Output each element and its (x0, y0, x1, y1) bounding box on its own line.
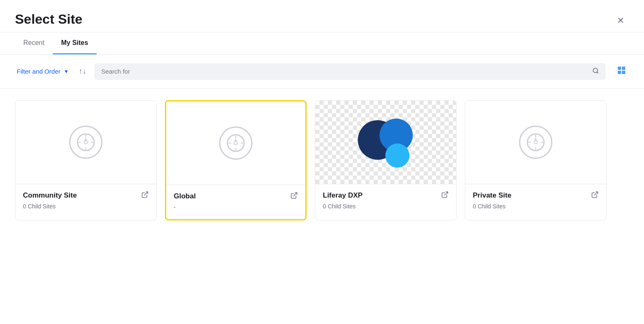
modal-title: Select Site (15, 12, 82, 32)
liferay-logo-container (354, 111, 417, 173)
svg-point-24 (534, 141, 537, 144)
card-footer-community: Community Site 0 Child Sites (15, 184, 156, 218)
external-link-icon[interactable] (141, 191, 149, 200)
community-site-name: Community Site (23, 191, 77, 200)
svg-line-22 (444, 192, 448, 195)
card-title-row: Community Site (23, 191, 149, 200)
grid-view-button[interactable] (614, 63, 629, 80)
sites-grid: Community Site 0 Child Sites (0, 89, 644, 232)
card-footer-global: Global - (166, 185, 305, 219)
svg-line-21 (294, 193, 297, 196)
compass-icon (69, 126, 102, 159)
svg-rect-4 (618, 71, 621, 74)
private-child-sites: 0 Child Sites (473, 203, 506, 210)
search-container (95, 63, 606, 80)
card-image-global (166, 101, 305, 185)
site-card-liferay-dxp[interactable]: Liferay DXP 0 Child Sites (315, 100, 457, 220)
logo-circle-cyan (385, 143, 409, 168)
compass-icon-private (519, 126, 552, 159)
global-child-sites: - (174, 204, 176, 210)
tabs-container: Recent My Sites (0, 32, 644, 54)
search-icon (592, 67, 599, 76)
card-footer-private: Private Site 0 Child Sites (465, 184, 606, 218)
card-image-community (15, 101, 156, 184)
svg-marker-29 (534, 137, 537, 141)
tab-my-sites[interactable]: My Sites (53, 32, 97, 54)
external-link-icon-private[interactable] (591, 191, 599, 200)
filter-order-button[interactable]: Filter and Order ▼ (15, 64, 70, 78)
search-input[interactable] (101, 68, 588, 75)
sort-button[interactable]: ↑↓ (75, 65, 90, 77)
tab-recent[interactable]: Recent (15, 32, 53, 54)
liferay-dxp-name: Liferay DXP (323, 191, 362, 200)
community-child-sites: 0 Child Sites (23, 203, 56, 210)
site-card-community[interactable]: Community Site 0 Child Sites (15, 100, 157, 220)
card-footer-liferay-dxp: Liferay DXP 0 Child Sites (315, 184, 456, 218)
svg-line-13 (145, 192, 148, 195)
liferay-dxp-child-sites: 0 Child Sites (323, 203, 356, 210)
private-site-name: Private Site (473, 191, 512, 200)
filter-order-label: Filter and Order (17, 68, 60, 75)
global-site-name: Global (174, 192, 196, 200)
chevron-down-icon: ▼ (64, 69, 69, 74)
svg-rect-5 (622, 71, 625, 74)
svg-line-30 (594, 192, 598, 195)
site-card-private[interactable]: Private Site 0 Child Sites (465, 100, 607, 220)
svg-rect-2 (618, 67, 621, 70)
external-link-icon-liferay[interactable] (441, 191, 449, 200)
svg-marker-12 (85, 137, 87, 141)
external-link-icon-global[interactable] (290, 192, 298, 201)
svg-point-15 (234, 141, 237, 145)
card-title-row-liferay: Liferay DXP (323, 191, 449, 200)
card-image-liferay-dxp (315, 101, 456, 184)
card-image-private (465, 101, 606, 184)
modal-header: Select Site × (0, 0, 644, 32)
svg-line-1 (597, 72, 598, 73)
svg-rect-3 (622, 67, 625, 70)
close-button[interactable]: × (612, 12, 629, 29)
select-site-modal: Select Site × Recent My Sites Filter and… (0, 0, 644, 324)
card-title-row-global: Global (174, 192, 298, 201)
svg-marker-20 (235, 138, 237, 142)
toolbar: Filter and Order ▼ ↑↓ (0, 54, 644, 89)
view-toggle (614, 63, 629, 80)
site-card-global[interactable]: Global - (165, 100, 307, 220)
compass-icon-global (219, 126, 252, 160)
card-title-row-private: Private Site (473, 191, 599, 200)
svg-point-7 (84, 141, 87, 144)
sort-icon: ↑↓ (79, 67, 86, 76)
